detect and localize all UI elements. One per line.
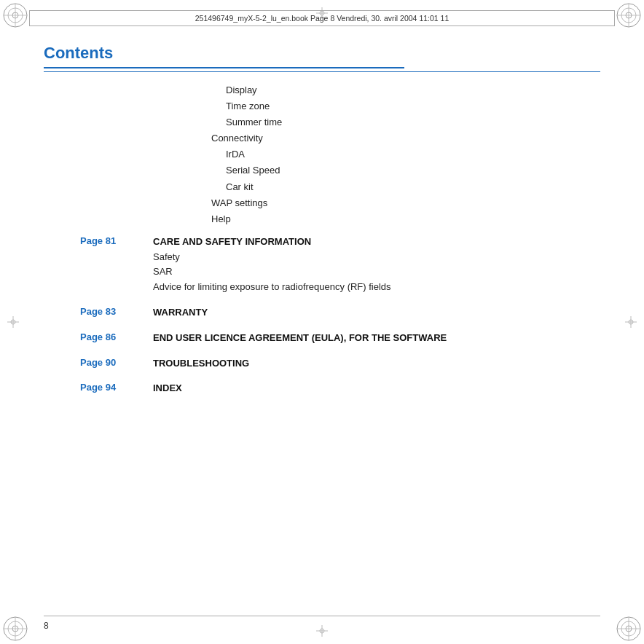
crosshair-right xyxy=(625,316,637,328)
toc-content-81: CARE AND SAFETY INFORMATION Safety SAR A… xyxy=(153,235,600,295)
toc-item-timezone: Time zone xyxy=(226,98,600,114)
toc-row-81: Page 81 CARE AND SAFETY INFORMATION Safe… xyxy=(44,235,600,295)
toc-page-81: Page 81 xyxy=(80,235,153,246)
bottom-bar: 8 xyxy=(44,616,600,631)
toc-item-display: Display xyxy=(226,82,600,98)
toc-content-94: INDEX xyxy=(153,381,600,396)
toc-row-86: Page 86 END USER LICENCE AGREEMENT (EULA… xyxy=(44,331,600,346)
crosshair-left xyxy=(7,316,19,328)
toc-area: Display Time zone Summer time Connectivi… xyxy=(44,82,600,407)
toc-page-90: Page 90 xyxy=(80,356,153,368)
page-number: 8 xyxy=(44,621,49,631)
toc-sub-safety: Safety xyxy=(153,250,600,265)
toc-row-90: Page 90 TROUBLESHOOTING xyxy=(44,356,600,372)
toc-title-83: WARRANTY xyxy=(153,307,208,318)
toc-item-wap: WAP settings xyxy=(211,195,600,211)
toc-title-86: END USER LICENCE AGREEMENT (EULA), FOR T… xyxy=(153,332,447,343)
toc-row-83: Page 83 WARRANTY xyxy=(44,305,600,321)
corner-decoration-tr xyxy=(616,2,642,28)
corner-decoration-br xyxy=(616,616,642,642)
toc-indent-section: Display Time zone Summer time Connectivi… xyxy=(211,82,600,227)
book-info-bar: 251496749_myX-5-2_lu_en.book Page 8 Vend… xyxy=(29,10,615,26)
toc-content-83: WARRANTY xyxy=(153,305,600,321)
page-title-container: Contents xyxy=(44,44,600,71)
page-title: Contents xyxy=(44,44,404,68)
toc-title-90: TROUBLESHOOTING xyxy=(153,358,249,369)
toc-item-summertime: Summer time xyxy=(226,114,600,130)
page-wrapper: 251496749_myX-5-2_lu_en.book Page 8 Vend… xyxy=(0,0,644,644)
toc-content-90: TROUBLESHOOTING xyxy=(153,356,600,372)
toc-item-serialspeed: Serial Speed xyxy=(226,162,600,178)
toc-page-83: Page 83 xyxy=(80,305,153,317)
toc-page-86: Page 86 xyxy=(80,331,153,342)
toc-title-81: CARE AND SAFETY INFORMATION xyxy=(153,236,311,247)
toc-item-carkit: Car kit xyxy=(226,179,600,195)
toc-title-94: INDEX xyxy=(153,382,182,393)
toc-item-connectivity: Connectivity xyxy=(211,130,600,146)
toc-sub-sar: SAR xyxy=(153,264,600,280)
toc-content-86: END USER LICENCE AGREEMENT (EULA), FOR T… xyxy=(153,331,600,346)
toc-page-94: Page 94 xyxy=(80,381,153,393)
toc-item-irda: IrDA xyxy=(226,146,600,162)
toc-item-help: Help xyxy=(211,211,600,227)
title-divider xyxy=(44,71,600,72)
corner-decoration-bl xyxy=(2,616,28,642)
book-info-text: 251496749_myX-5-2_lu_en.book Page 8 Vend… xyxy=(195,14,449,23)
toc-sub-advice: Advice for limiting exposure to radiofre… xyxy=(153,280,600,295)
toc-row-94: Page 94 INDEX xyxy=(44,381,600,396)
corner-decoration-tl xyxy=(2,2,28,28)
main-content: Contents Display Time zone Summer time C… xyxy=(44,44,600,600)
